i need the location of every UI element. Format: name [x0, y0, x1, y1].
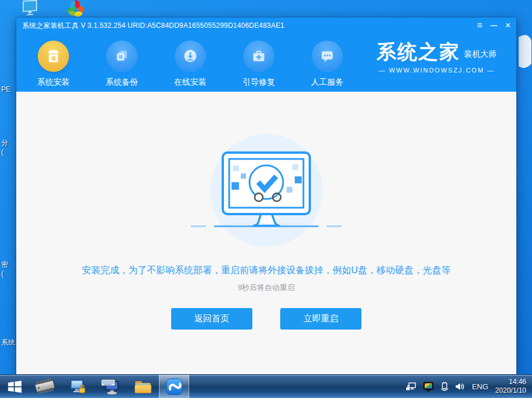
- brand-site: — WWW.WINDOWSZJ.COM —: [377, 67, 497, 74]
- desktop-icon-label: 系统: [1, 338, 17, 347]
- nav-item-online-install[interactable]: 在线安装: [160, 41, 220, 88]
- zhuangji-app-icon: [165, 378, 183, 396]
- language-indicator[interactable]: ENG: [471, 382, 489, 391]
- taskbar-item-display-lock[interactable]: [61, 375, 94, 398]
- boot-repair-icon: [243, 41, 274, 72]
- monitor-lock-icon: [69, 378, 86, 395]
- folder-icon: [133, 378, 153, 395]
- tray-clock[interactable]: 14:46 2020/1/10: [495, 378, 526, 395]
- nav-label: 人工服务: [297, 77, 357, 88]
- restart-button[interactable]: 立即重启: [280, 308, 361, 330]
- button-row: 返回首页 立即重启: [16, 308, 516, 330]
- minimize-icon[interactable]: ─: [490, 19, 497, 32]
- nav-label: 系统备份: [92, 77, 152, 88]
- nav-item-boot-repair[interactable]: 引导修复: [229, 41, 289, 88]
- nav-label: 引导修复: [229, 77, 289, 88]
- network-tray-icon[interactable]: [406, 382, 417, 392]
- system-backup-icon: [106, 41, 137, 72]
- page-icon: [517, 32, 532, 74]
- windows-logo-icon: [7, 379, 23, 394]
- brand-title: 系统之家: [377, 42, 460, 61]
- brand-logo: 系统之家 装机大师 — WWW.WINDOWSZJ.COM —: [377, 42, 497, 74]
- online-install-icon: [175, 41, 206, 72]
- nav-item-support-service[interactable]: 人工服务: [297, 41, 357, 88]
- taskbar-item-zhuangji-app-active[interactable]: [159, 375, 189, 398]
- title-bar: 系统之家装机工具 V 3.1.532.254 URID:A5C84DD9A165…: [16, 17, 516, 34]
- taskbar-item-memory-tool[interactable]: [29, 375, 61, 398]
- home-button[interactable]: 返回首页: [171, 308, 252, 330]
- nav-item-system-install[interactable]: 系统安装: [23, 41, 84, 88]
- main-nav: 系统安装 系统备份: [23, 41, 357, 88]
- illustration-wrap: [16, 92, 516, 247]
- window-title: 系统之家装机工具 V 3.1.532.254 URID:A5C84DD9A165…: [22, 21, 284, 31]
- taskbar: ENG 14:46 2020/1/10: [0, 374, 532, 398]
- desktop-partial-icon[interactable]: [517, 32, 532, 77]
- taskbar-apps: [0, 375, 189, 398]
- desktop-icon-label: PE: [1, 85, 17, 94]
- nav-label: 在线安装: [160, 77, 220, 88]
- keyboard-monitor-icon: [100, 378, 120, 395]
- window-header: 系统之家装机工具 V 3.1.532.254 URID:A5C84DD9A165…: [16, 17, 516, 92]
- tray-date: 2020/1/10: [495, 386, 526, 395]
- volume-tray-icon[interactable]: [455, 382, 465, 391]
- memory-chip-icon: [32, 377, 58, 396]
- desktop-icon-label: 密 (: [1, 260, 17, 278]
- desktop-icon-label: 分 (: [1, 138, 17, 157]
- support-service-icon: [312, 41, 343, 72]
- close-icon[interactable]: ×: [505, 19, 511, 32]
- flower-icon: [65, 0, 87, 18]
- taskbar-item-file-explorer[interactable]: [126, 375, 159, 398]
- start-button[interactable]: [0, 375, 29, 398]
- nav-item-system-backup[interactable]: 系统备份: [92, 41, 152, 88]
- content-area: 安装完成，为了不影响系统部署，重启前请将外接设备拔掉，例如U盘，移动硬盘，光盘等…: [16, 92, 516, 374]
- window-controls: ≡ ─ ×: [477, 19, 511, 32]
- usb-eject-tray-icon[interactable]: [440, 382, 449, 392]
- tray-time: 14:46: [495, 378, 526, 386]
- display-icon: [21, 0, 39, 16]
- system-tray: ENG 14:46 2020/1/10: [406, 375, 532, 398]
- desktop-display-icon[interactable]: [21, 0, 39, 19]
- brand-subtitle: 装机大师: [464, 49, 497, 61]
- install-complete-message: 安装完成，为了不影响系统部署，重启前请将外接设备拔掉，例如U盘，移动硬盘，光盘等: [16, 265, 516, 277]
- auto-restart-countdown: 9秒后将自动重启: [16, 283, 516, 293]
- display-settings-tray-icon[interactable]: [423, 382, 435, 392]
- install-complete-illustration: [173, 132, 359, 247]
- taskbar-item-onscreen-keyboard[interactable]: [94, 375, 126, 398]
- menu-icon[interactable]: ≡: [477, 19, 482, 32]
- nav-label: 系统安装: [23, 77, 84, 88]
- system-install-icon: [38, 41, 69, 72]
- installer-window: 系统之家装机工具 V 3.1.532.254 URID:A5C84DD9A165…: [16, 17, 516, 374]
